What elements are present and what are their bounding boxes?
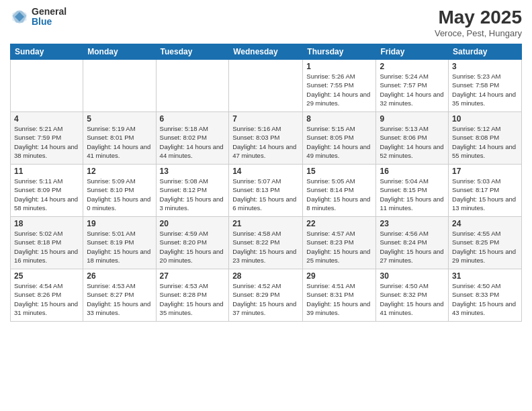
day-info: Sunrise: 4:59 AM Sunset: 8:20 PM Dayligh… <box>160 229 226 265</box>
day-number: 16 <box>380 167 445 176</box>
col-thursday: Thursday <box>303 44 376 60</box>
day-number: 10 <box>452 114 518 124</box>
col-sunday: Sunday <box>11 44 83 60</box>
day-number: 19 <box>87 219 152 228</box>
day-info: Sunrise: 5:07 AM Sunset: 8:13 PM Dayligh… <box>232 177 299 212</box>
day-number: 11 <box>14 167 79 176</box>
calendar-cell: 30Sunrise: 4:50 AM Sunset: 8:32 PM Dayli… <box>376 269 449 322</box>
day-number: 30 <box>380 271 445 281</box>
calendar-cell: 11Sunrise: 5:11 AM Sunset: 8:09 PM Dayli… <box>11 165 83 217</box>
calendar-cell: 7Sunrise: 5:16 AM Sunset: 8:03 PM Daylig… <box>229 112 303 165</box>
col-tuesday: Tuesday <box>156 44 229 60</box>
day-number: 26 <box>87 271 152 281</box>
day-info: Sunrise: 4:55 AM Sunset: 8:25 PM Dayligh… <box>452 229 518 265</box>
calendar-cell: 2Sunrise: 5:24 AM Sunset: 7:57 PM Daylig… <box>376 60 449 112</box>
day-info: Sunrise: 5:12 AM Sunset: 8:08 PM Dayligh… <box>452 124 518 160</box>
calendar-cell: 5Sunrise: 5:19 AM Sunset: 8:01 PM Daylig… <box>83 112 156 165</box>
day-number: 28 <box>232 271 299 281</box>
day-info: Sunrise: 5:09 AM Sunset: 8:10 PM Dayligh… <box>87 177 152 212</box>
day-number: 24 <box>452 219 518 228</box>
day-info: Sunrise: 4:53 AM Sunset: 8:27 PM Dayligh… <box>87 281 152 317</box>
day-number: 29 <box>306 271 372 281</box>
day-number: 25 <box>14 271 79 281</box>
col-monday: Monday <box>83 44 156 60</box>
calendar-table: Sunday Monday Tuesday Wednesday Thursday… <box>10 44 522 322</box>
day-number: 17 <box>452 167 518 176</box>
day-number: 13 <box>160 167 226 176</box>
day-number: 9 <box>380 114 445 124</box>
day-info: Sunrise: 5:15 AM Sunset: 8:05 PM Dayligh… <box>306 124 372 160</box>
day-info: Sunrise: 5:18 AM Sunset: 8:02 PM Dayligh… <box>160 124 226 160</box>
day-number: 20 <box>160 219 226 228</box>
calendar-cell: 26Sunrise: 4:53 AM Sunset: 8:27 PM Dayli… <box>83 269 156 322</box>
day-info: Sunrise: 5:21 AM Sunset: 7:59 PM Dayligh… <box>14 124 79 160</box>
day-number: 3 <box>452 62 518 71</box>
calendar-cell: 29Sunrise: 4:51 AM Sunset: 8:31 PM Dayli… <box>303 269 376 322</box>
day-number: 1 <box>306 62 372 71</box>
calendar-cell: 9Sunrise: 5:13 AM Sunset: 8:06 PM Daylig… <box>376 112 449 165</box>
calendar-cell: 20Sunrise: 4:59 AM Sunset: 8:20 PM Dayli… <box>156 217 229 269</box>
calendar-week-5: 25Sunrise: 4:54 AM Sunset: 8:26 PM Dayli… <box>11 269 522 322</box>
day-number: 14 <box>232 167 299 176</box>
logo-text: General Blue <box>32 7 66 28</box>
day-info: Sunrise: 5:11 AM Sunset: 8:09 PM Dayligh… <box>14 177 79 212</box>
day-number: 31 <box>452 271 518 281</box>
calendar-cell: 6Sunrise: 5:18 AM Sunset: 8:02 PM Daylig… <box>156 112 229 165</box>
page: General Blue May 2025 Veroce, Pest, Hung… <box>0 0 532 411</box>
calendar-cell: 18Sunrise: 5:02 AM Sunset: 8:18 PM Dayli… <box>11 217 83 269</box>
calendar-cell <box>83 60 156 112</box>
day-info: Sunrise: 5:26 AM Sunset: 7:55 PM Dayligh… <box>306 72 372 107</box>
calendar-cell: 16Sunrise: 5:04 AM Sunset: 8:15 PM Dayli… <box>376 165 449 217</box>
calendar-cell: 12Sunrise: 5:09 AM Sunset: 8:10 PM Dayli… <box>83 165 156 217</box>
calendar-cell: 4Sunrise: 5:21 AM Sunset: 7:59 PM Daylig… <box>11 112 83 165</box>
day-number: 15 <box>306 167 372 176</box>
calendar-cell: 27Sunrise: 4:53 AM Sunset: 8:28 PM Dayli… <box>156 269 229 322</box>
header: General Blue May 2025 Veroce, Pest, Hung… <box>10 7 522 38</box>
day-info: Sunrise: 5:23 AM Sunset: 7:58 PM Dayligh… <box>452 72 518 107</box>
day-info: Sunrise: 4:50 AM Sunset: 8:33 PM Dayligh… <box>452 281 518 317</box>
day-number: 12 <box>87 167 152 176</box>
calendar-header-row: Sunday Monday Tuesday Wednesday Thursday… <box>11 44 522 60</box>
day-info: Sunrise: 4:52 AM Sunset: 8:29 PM Dayligh… <box>232 281 299 317</box>
calendar-cell: 22Sunrise: 4:57 AM Sunset: 8:23 PM Dayli… <box>303 217 376 269</box>
calendar-cell: 10Sunrise: 5:12 AM Sunset: 8:08 PM Dayli… <box>449 112 522 165</box>
day-info: Sunrise: 5:05 AM Sunset: 8:14 PM Dayligh… <box>306 177 372 212</box>
day-number: 6 <box>160 114 226 124</box>
day-number: 8 <box>306 114 372 124</box>
logo: General Blue <box>10 7 66 28</box>
day-number: 22 <box>306 219 372 228</box>
calendar-week-4: 18Sunrise: 5:02 AM Sunset: 8:18 PM Dayli… <box>11 217 522 269</box>
calendar-cell: 13Sunrise: 5:08 AM Sunset: 8:12 PM Dayli… <box>156 165 229 217</box>
day-info: Sunrise: 5:19 AM Sunset: 8:01 PM Dayligh… <box>87 124 152 160</box>
day-info: Sunrise: 5:03 AM Sunset: 8:17 PM Dayligh… <box>452 177 518 212</box>
location-text: Veroce, Pest, Hungary <box>435 28 522 38</box>
day-number: 27 <box>160 271 226 281</box>
calendar-cell <box>156 60 229 112</box>
day-info: Sunrise: 5:16 AM Sunset: 8:03 PM Dayligh… <box>232 124 299 160</box>
calendar-cell: 14Sunrise: 5:07 AM Sunset: 8:13 PM Dayli… <box>229 165 303 217</box>
day-info: Sunrise: 5:13 AM Sunset: 8:06 PM Dayligh… <box>380 124 445 160</box>
logo-general-text: General <box>32 7 66 17</box>
day-number: 2 <box>380 62 445 71</box>
day-info: Sunrise: 4:57 AM Sunset: 8:23 PM Dayligh… <box>306 229 372 265</box>
day-info: Sunrise: 5:08 AM Sunset: 8:12 PM Dayligh… <box>160 177 226 212</box>
month-year-title: May 2025 <box>435 7 522 28</box>
day-number: 7 <box>232 114 299 124</box>
calendar-week-1: 1Sunrise: 5:26 AM Sunset: 7:55 PM Daylig… <box>11 60 522 112</box>
calendar-week-3: 11Sunrise: 5:11 AM Sunset: 8:09 PM Dayli… <box>11 165 522 217</box>
calendar-cell: 3Sunrise: 5:23 AM Sunset: 7:58 PM Daylig… <box>449 60 522 112</box>
day-info: Sunrise: 4:51 AM Sunset: 8:31 PM Dayligh… <box>306 281 372 317</box>
day-number: 4 <box>14 114 79 124</box>
calendar-cell: 21Sunrise: 4:58 AM Sunset: 8:22 PM Dayli… <box>229 217 303 269</box>
calendar-cell: 17Sunrise: 5:03 AM Sunset: 8:17 PM Dayli… <box>449 165 522 217</box>
calendar-cell: 31Sunrise: 4:50 AM Sunset: 8:33 PM Dayli… <box>449 269 522 322</box>
day-number: 23 <box>380 219 445 228</box>
day-info: Sunrise: 5:02 AM Sunset: 8:18 PM Dayligh… <box>14 229 79 265</box>
calendar-cell <box>229 60 303 112</box>
calendar-week-2: 4Sunrise: 5:21 AM Sunset: 7:59 PM Daylig… <box>11 112 522 165</box>
logo-icon <box>10 7 29 26</box>
calendar-cell: 24Sunrise: 4:55 AM Sunset: 8:25 PM Dayli… <box>449 217 522 269</box>
day-info: Sunrise: 5:04 AM Sunset: 8:15 PM Dayligh… <box>380 177 445 212</box>
calendar-cell: 15Sunrise: 5:05 AM Sunset: 8:14 PM Dayli… <box>303 165 376 217</box>
calendar-cell: 19Sunrise: 5:01 AM Sunset: 8:19 PM Dayli… <box>83 217 156 269</box>
